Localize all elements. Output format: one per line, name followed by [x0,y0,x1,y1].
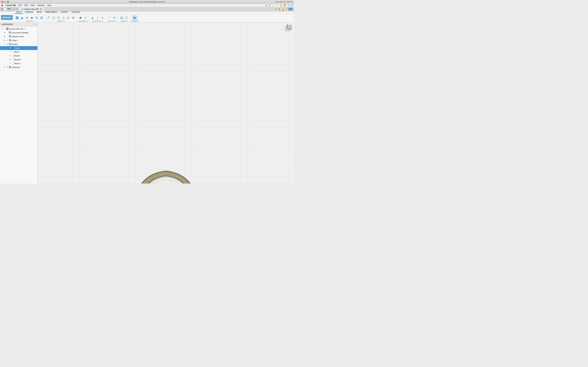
new-doc-icon[interactable]: 📄 [4,8,7,10]
create-new-body-icon[interactable] [15,15,20,20]
section-icon[interactable] [112,15,117,20]
revolve-icon[interactable] [25,15,29,20]
tree-origin-vis[interactable]: 👁 [6,39,9,42]
decal-icon[interactable] [124,15,129,20]
offset-plane-icon[interactable] [90,15,95,20]
tab-solid[interactable]: SOLID [14,11,23,14]
measure-icon[interactable] [107,15,112,20]
tree-sketches-expand[interactable]: ▶ [3,66,6,68]
hole-icon[interactable] [29,15,34,20]
scale-icon[interactable] [66,15,71,20]
redo-icon[interactable]: ↪ [15,8,17,10]
insert-image-icon[interactable] [119,15,124,20]
tree-root-expand[interactable]: ▼ [1,28,3,30]
chamfer-icon[interactable] [51,15,56,20]
titlebar-right: Mon May 16 7:50 PM [276,1,292,3]
search-icon[interactable]: 🔍 [287,4,290,7]
menu-view[interactable]: View [30,4,36,7]
control-center-icon[interactable]: ⊞ [291,4,293,7]
tree-body11-checkbox[interactable] [12,62,14,65]
browser-collapse-icon[interactable]: ◀ [1,23,2,25]
menu-help[interactable]: Help [46,4,52,7]
browser-settings-icon[interactable]: ⋯ [33,23,35,25]
tree-body7-checkbox[interactable] [12,51,14,53]
shell2-icon[interactable] [56,15,61,20]
tree-doc-settings[interactable]: ▶ Document Settings [0,31,37,35]
tree-bodies-vis[interactable]: 👁 [6,43,9,46]
tree-sketches[interactable]: ▶ 👁 Sketches [0,65,37,69]
tree-body10-label: Body10 [14,58,21,61]
tree-body10-checkbox[interactable] [12,58,14,61]
menu-app[interactable]: Fusion 360 [5,4,17,7]
minimize-button[interactable] [4,1,6,3]
svg-marker-21 [80,17,81,17]
tree-bodies[interactable]: ▼ 👁 Bodies [0,42,37,46]
maximize-button[interactable] [7,1,9,3]
tree-holder-checkbox[interactable] [12,47,14,49]
tab-options-icon[interactable]: ⚙ [278,8,280,10]
tree-origin[interactable]: ▶ 👁 Origin [0,38,37,42]
tab-mesh[interactable]: MESH [35,11,43,14]
undo-icon[interactable]: ↩ [12,8,14,10]
tree-body11[interactable]: 👁 Body11 [0,61,37,65]
add-tab-button[interactable]: + [275,8,277,11]
draft-icon[interactable] [61,15,66,20]
notification-icon[interactable]: 🔔 [282,8,284,10]
tree-root-settings[interactable]: ⚙ [24,28,26,30]
tree-root[interactable]: ▼ 👁 simple cube v18 ⚙ [0,27,37,31]
tree-doc-settings-expand[interactable]: ▶ [3,32,6,34]
inspect-group: INSPECT ▾ [107,14,117,22]
tree-body11-vis[interactable]: 👁 [9,62,12,65]
new-component-icon[interactable] [78,15,83,20]
pattern-icon[interactable] [39,15,44,20]
undo-history-icon[interactable]: ▾ [17,8,18,10]
tree-body7-vis[interactable]: 👁 [9,50,12,53]
bluetooth-icon: ⚡ [276,4,278,7]
joint-icon[interactable] [83,15,88,20]
svg-point-6 [31,17,32,18]
tree-body9-vis[interactable]: 👁 [9,54,12,57]
tab-sheet-metal[interactable]: SHEET METAL [43,11,59,14]
tree-root-vis[interactable]: 👁 [3,27,6,30]
axis-icon[interactable] [95,15,100,20]
menu-edit[interactable]: Edit [24,4,29,7]
tree-named-views-icon [9,35,12,38]
menu-file[interactable]: File [17,4,23,7]
shell-icon[interactable] [34,15,39,20]
viewport[interactable]: TOP [38,22,294,184]
tree-body9[interactable]: 👁 Body9 [0,54,37,58]
tree-body7-label: Body7 [14,51,20,53]
tree-origin-expand[interactable]: ▶ [3,39,6,42]
tree-body10-vis[interactable]: 👁 [9,58,12,61]
save-icon[interactable]: 💾 [8,8,10,10]
apple-icon [1,4,3,7]
combine-icon[interactable] [71,15,76,20]
tree-named-views[interactable]: ▶ Named Views [0,35,37,38]
tree-body9-checkbox[interactable] [12,55,14,57]
tab-close-button[interactable]: × [40,8,42,10]
browser-expand-icon[interactable]: ⟩ [35,23,36,25]
menu-window[interactable]: Window [37,4,45,7]
help-icon[interactable]: ? [286,8,287,10]
tree-holder[interactable]: 👁 Holder [0,46,37,50]
tab-plastic[interactable]: PLASTIC [59,11,70,14]
user-avatar[interactable]: AR [289,8,293,10]
select-cursor-icon[interactable] [132,15,137,20]
svg-line-34 [108,17,110,19]
tab-surface[interactable]: SURFACE [23,11,35,14]
tree-named-views-expand[interactable]: ▶ [3,35,6,38]
extrude-icon[interactable] [20,15,25,20]
tree-body7[interactable]: 👁 Body7 [0,50,37,54]
point-icon[interactable] [100,15,105,20]
tree-bodies-expand[interactable]: ▼ [3,43,6,45]
tab-utilities[interactable]: UTILITIES [70,11,82,14]
app-grid-icon[interactable]: ⊞ [1,8,3,10]
tree-body10[interactable]: 👁 Body10 [0,58,37,61]
svg-rect-11 [42,18,43,19]
horseshoe-model [122,160,210,184]
close-button[interactable] [1,1,3,3]
design-button[interactable]: DESIGN ▾ [1,15,13,20]
tree-sketches-vis[interactable]: 👁 [6,66,9,69]
fillet-icon[interactable] [46,15,51,20]
tree-holder-vis[interactable]: 👁 [9,47,12,50]
